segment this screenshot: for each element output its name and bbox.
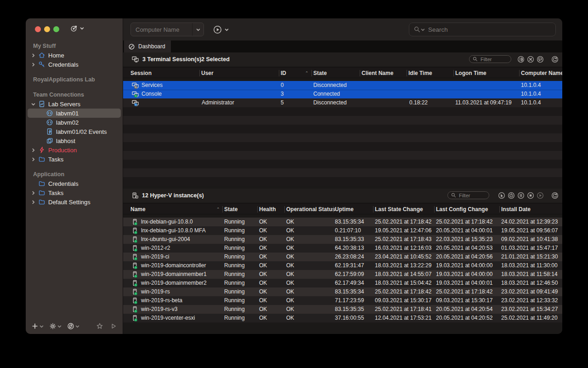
column-separator[interactable] [311,70,312,76]
table-cell: 09.03.2021 at 15:30:17 [436,296,492,305]
sidebar-item-home[interactable]: Home [28,51,121,60]
column-separator[interactable] [434,206,435,213]
column-separator[interactable] [284,206,285,213]
column-separator[interactable] [519,70,520,76]
computer-name-dropdown-button[interactable] [192,23,204,36]
hyperv-instance-row[interactable]: win-2019-domainmember2RunningOKOK62.17:4… [123,279,562,288]
quick-connect-button[interactable] [70,24,84,32]
stop-vm-button[interactable] [527,192,534,199]
column-separator[interactable] [407,70,407,76]
hyperv-instance-row[interactable]: lnx-debian-gui-10.8.0 MFARunningOKOK0.21… [123,226,562,235]
table-cell: 0.21:07:10 [335,226,361,235]
column-header-state[interactable]: State [224,204,237,215]
minimize-window-button[interactable] [44,26,50,32]
column-separator[interactable] [257,206,258,213]
column-header-health[interactable]: Health [259,204,276,215]
settings-button[interactable] [49,322,62,330]
hyperv-instance-row[interactable]: win-2019-vcenter-esxiRunningOKOK37.16:00… [123,314,562,322]
hyperv-instance-row[interactable]: win-2019-ciRunningOKOK26.23:08:2423.04.2… [123,253,562,261]
column-header-user[interactable]: User [201,68,214,79]
connection-button[interactable] [67,322,79,330]
connect-button[interactable] [110,322,117,330]
refresh-button[interactable] [551,192,559,199]
terminal-filter-input[interactable]: Filter [469,55,511,63]
connect-split-button[interactable] [210,23,232,36]
terminal-session-row[interactable]: Services0Disconnected10.1.0.4 [123,81,562,90]
chevron-right-icon[interactable] [31,148,37,152]
folder-icon [38,189,45,196]
sidebar-item-labvm01-02-events[interactable]: labvm01/02 Events [28,127,121,136]
hyperv-instance-row[interactable]: win-2019-rsRunningOKOK83.15:35:3425.02.2… [123,288,562,296]
terminal-session-row[interactable]: Console3Connected10.1.0.4 [123,90,562,98]
column-separator[interactable] [222,206,223,213]
column-separator[interactable] [333,206,334,213]
column-header-id[interactable]: ID [281,68,286,79]
hyperv-instance-row[interactable]: win-2012-r2RunningOKOK64.20:38:1316.03.2… [123,244,562,253]
computer-name-input[interactable]: Computer Name [130,23,204,36]
connect-vm-button[interactable] [498,192,505,199]
column-header-session[interactable]: Session [130,68,152,79]
column-separator[interactable] [499,206,500,213]
column-separator[interactable] [373,206,373,213]
column-separator[interactable] [453,70,454,76]
send-message-button[interactable] [537,56,544,63]
sidebar-item-labhost[interactable]: labhost [28,136,121,145]
chevron-right-icon[interactable] [31,53,37,58]
add-button[interactable] [31,322,44,330]
chevron-right-icon[interactable] [31,191,37,195]
column-header-computer-name[interactable]: Computer Name [521,68,562,79]
sidebar-item-lab-servers[interactable]: Lab Servers [28,99,121,109]
column-separator[interactable] [279,70,279,76]
search-input[interactable]: Search [409,23,556,36]
favorites-button[interactable] [96,322,103,330]
sidebar-item-credentials[interactable]: Credentials [28,60,121,69]
close-window-button[interactable] [35,26,41,32]
column-separator[interactable] [199,70,200,76]
sidebar-item-tasks[interactable]: Tasks [28,155,121,164]
pause-vm-button[interactable] [517,192,525,199]
table-cell: 20.05.2021 at 04:20:52 [436,314,492,322]
hyperv-instance-row[interactable]: lnx-ubuntu-gui-2004RunningOKOK83.15:35:3… [123,235,562,244]
chevron-down-icon[interactable] [31,102,37,106]
column-header-operational-status[interactable]: Operational Status [286,204,335,215]
column-header-name[interactable]: Name [130,204,146,215]
sidebar-item-production[interactable]: Production [28,145,121,155]
refresh-button[interactable] [551,56,559,63]
terminal-session-row[interactable]: Administrator5Disconnected0.18:2211.03.2… [123,98,562,107]
column-header-uptime[interactable]: Uptime [335,204,354,215]
logoff-session-button[interactable] [517,56,525,63]
sidebar-item-credentials[interactable]: Credentials [28,179,121,188]
column-header-idle-time[interactable]: Idle Time [408,68,432,79]
table-cell: OK [259,235,267,244]
power-vm-button[interactable] [508,192,515,199]
hyperv-instance-row[interactable]: win-2019-domaincontrollerRunningOKOK62.1… [123,261,562,270]
empty-row [123,107,562,116]
titlebar[interactable] [26,18,123,40]
play-circle-icon [213,25,222,34]
sidebar-item-labvm02[interactable]: labvm02 [28,118,121,127]
sidebar-item-default-settings[interactable]: Default Settings [28,197,121,207]
disconnect-session-button[interactable] [527,56,534,63]
chevron-right-icon[interactable] [31,157,37,161]
column-header-client-name[interactable]: Client Name [362,68,393,79]
start-vm-button[interactable] [537,192,544,199]
hyperv-instance-row[interactable]: win-2019-rs-v3RunningOKOK83.15:35:3525.0… [123,305,562,314]
hyperv-instance-row[interactable]: win-2019-rs-betaRunningOKOK71.17:23:5909… [123,296,562,305]
chevron-right-icon[interactable] [31,200,37,204]
tab-dashboard[interactable]: Dashboard [124,40,171,52]
sidebar-item-labvm01[interactable]: labvm01 [28,109,121,118]
column-header-install-date[interactable]: Install Date [501,204,531,215]
table-cell: 5 [281,98,284,107]
chevron-right-icon[interactable] [31,63,37,67]
hyperv-instance-row[interactable]: win-2019-domainmember1RunningOKOK62.17:5… [123,270,562,279]
table-cell: 11.03.2021 at 09:47:19 [455,98,512,107]
sidebar-item-tasks[interactable]: Tasks [28,188,121,197]
column-separator[interactable] [360,70,360,76]
hyperv-filter-input[interactable]: Filter [447,191,489,199]
hyperv-instance-row[interactable]: lnx-debian-gui-10.8.0RunningOKOK83.15:35… [123,218,562,226]
column-header-state[interactable]: State [313,68,327,79]
zoom-window-button[interactable] [53,26,59,32]
column-header-last-config-change[interactable]: Last Config Change [436,204,488,215]
column-header-last-state-change[interactable]: Last State Change [375,204,423,215]
column-header-logon-time[interactable]: Logon Time [455,68,486,79]
